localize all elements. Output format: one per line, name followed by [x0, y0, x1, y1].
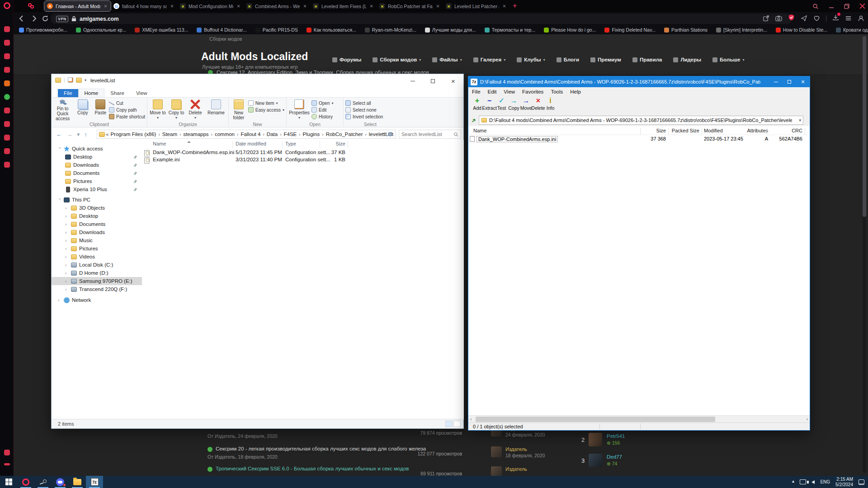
cut-button[interactable]: Cut	[109, 100, 145, 106]
volume-icon[interactable]	[811, 480, 815, 484]
tab-view[interactable]: View	[130, 89, 153, 97]
scrollbar-thumb[interactable]	[476, 417, 715, 422]
tab-close-icon[interactable]: ×	[369, 3, 374, 9]
nav-item[interactable]: › Transcend 220Q (F:)	[52, 285, 142, 293]
bookmark-item[interactable]: How to Disable Ste...	[776, 27, 827, 33]
scrollbar-thumb[interactable]	[863, 36, 866, 217]
paste-shortcut-button[interactable]: Paste shortcut	[109, 114, 145, 119]
taskbar-discord[interactable]	[52, 476, 69, 488]
menu-item[interactable]: Клубы ▾	[517, 57, 545, 62]
column-crc[interactable]: CRC	[757, 128, 802, 133]
menu-item[interactable]: Сборки модов ▾	[373, 57, 421, 62]
archive-file-row[interactable]: Dank_WOP-CombinedArms.esp.ini 37 368 202…	[468, 136, 810, 143]
vpn-badge[interactable]: VPN	[56, 16, 68, 22]
minimize-button[interactable]	[402, 74, 423, 88]
bookmark-item[interactable]: Pacific PR15-DS	[255, 27, 298, 33]
site-title[interactable]: Adult Mods Localized	[201, 51, 308, 63]
sidebar-app-icon[interactable]	[4, 108, 10, 113]
menu-item[interactable]: Edit	[484, 89, 500, 94]
breadcrumb-segment[interactable]: steamapps	[183, 131, 208, 137]
nav-item[interactable]: › Desktop	[52, 212, 142, 220]
qat-properties-icon[interactable]	[68, 77, 73, 83]
nav-item[interactable]: › Local Disk (C:)	[52, 261, 142, 269]
tab-file[interactable]: File	[58, 89, 78, 97]
file-name[interactable]: Dank_WOP-CombinedArms.esp.ini	[153, 150, 234, 155]
restore-icon[interactable]	[844, 4, 849, 9]
browser-tab[interactable]: RobCo Patcher at Fallout 4 ×	[377, 1, 443, 11]
menu-item[interactable]: Favorites	[519, 89, 547, 94]
menu-item[interactable]: Файлы ▾	[432, 57, 462, 62]
file-name[interactable]: Example.ini	[153, 157, 179, 162]
search-box[interactable]: Search leveledList	[399, 130, 461, 139]
delete-button[interactable]: Delete▾	[186, 99, 204, 121]
column-name[interactable]: Name	[473, 128, 486, 133]
bookmark-item[interactable]: Как пользоваться...	[307, 27, 356, 33]
toolbar-button[interactable]: → Copy	[508, 96, 520, 111]
breadcrumb-segment[interactable]: common	[215, 131, 235, 137]
bookmark-item[interactable]: XMEye ошибка 113...	[135, 27, 188, 33]
column-name[interactable]: Name	[153, 141, 166, 146]
refresh-icon[interactable]	[387, 131, 393, 137]
gx-corner-icon[interactable]	[28, 3, 34, 9]
nav-item[interactable]: Documents	[52, 169, 142, 177]
url-field[interactable]: VPN amlgames.com	[51, 14, 792, 24]
bookmark-item[interactable]: Parthian Stations	[664, 27, 708, 33]
toolbar-button[interactable]: × Delete	[532, 96, 544, 111]
back-icon[interactable]	[18, 15, 25, 22]
share-page-icon[interactable]	[763, 15, 769, 22]
toolbar-button[interactable]: → Move	[520, 96, 532, 111]
leaderboard-row[interactable]: 3 Ded77 74	[581, 454, 717, 470]
menu-item[interactable]: Форумы	[332, 57, 361, 62]
tray-expand-icon[interactable]: ▾	[792, 479, 794, 484]
open-button[interactable]: Open▾	[311, 100, 333, 106]
copy-to-button[interactable]: Copy to▾	[168, 99, 185, 121]
page-breadcrumb[interactable]: Сборки модов	[209, 36, 242, 42]
up-icon[interactable]: ↑	[85, 131, 88, 138]
sidebar-app-icon[interactable]	[4, 53, 10, 59]
breadcrumb-segment[interactable]: Program Files (x86)	[110, 131, 156, 137]
sevenzip-titlebar[interactable]: 7z D:\Fallout 4 mods\Combined Arms\Combi…	[468, 76, 810, 87]
opera-menu-icon[interactable]	[4, 2, 10, 9]
lock-icon[interactable]	[71, 16, 76, 22]
address-dropdown-icon[interactable]: ▾	[799, 118, 801, 122]
invert-selection-button[interactable]: Invert selection	[345, 114, 383, 119]
tab-share[interactable]: Share	[104, 89, 130, 97]
start-button[interactable]	[0, 476, 17, 488]
sidebar-utility-icon[interactable]	[4, 463, 10, 465]
close-button[interactable]: ×	[443, 74, 463, 88]
breadcrumb-segment[interactable]: RobCo_Patcher	[326, 131, 363, 137]
nav-item[interactable]: › 3D Objects	[52, 204, 142, 212]
file-row[interactable]: Dank_WOP-CombinedArms.esp.ini 5/17/2023 …	[142, 150, 464, 157]
menu-item[interactable]: Премиум	[590, 57, 621, 62]
explorer-titlebar[interactable]: | ▾ leveledList ×	[52, 74, 463, 88]
poster-name[interactable]: Издатель	[505, 466, 527, 472]
nav-item[interactable]: Pictures	[52, 177, 142, 185]
sidebar-app-icon[interactable]	[4, 135, 10, 141]
recent-locations-icon[interactable]: ▾	[77, 131, 80, 138]
bookmark-item[interactable]: Fixing Deleted Nav...	[604, 27, 656, 33]
close-icon[interactable]	[859, 3, 865, 9]
new-folder-button[interactable]: New folder	[231, 99, 247, 121]
menu-item[interactable]: View	[500, 89, 519, 94]
sidebar-app-icon[interactable]	[4, 40, 10, 46]
bookmark-item[interactable]: Термопасты и тер...	[485, 27, 536, 33]
nav-quick-access[interactable]: ›Quick access	[52, 145, 142, 153]
sidebar-utility-icon[interactable]	[4, 450, 10, 455]
menu-item[interactable]: Tools	[547, 89, 566, 94]
breadcrumb-segment[interactable]: Steam	[162, 131, 177, 137]
new-item-button[interactable]: New item▾	[248, 100, 284, 106]
history-button[interactable]: History	[311, 114, 333, 119]
browser-tab[interactable]: Главная - Adult Mods Loca ×	[44, 1, 111, 11]
menu-item[interactable]: Блоги	[557, 57, 579, 62]
bookmark-item[interactable]: Лучшие моды для...	[425, 27, 476, 33]
bookmark-item[interactable]: Ryan-rsm-McKenzi...	[365, 27, 416, 33]
nav-item[interactable]: › Samsung 970PRO (E:)	[52, 277, 142, 285]
back-icon[interactable]: ←	[56, 131, 62, 138]
paste-button[interactable]: Paste	[93, 99, 108, 121]
bookmark-item[interactable]: Buffout 4 Dictionar...	[197, 27, 246, 33]
forward-icon[interactable]: →	[66, 131, 72, 138]
address-dropdown-icon[interactable]: ▾	[382, 131, 384, 137]
nav-network[interactable]: ›Network	[52, 296, 142, 304]
nav-item[interactable]: › D Home (D:)	[52, 269, 142, 277]
page-scrollbar[interactable]	[863, 36, 866, 473]
